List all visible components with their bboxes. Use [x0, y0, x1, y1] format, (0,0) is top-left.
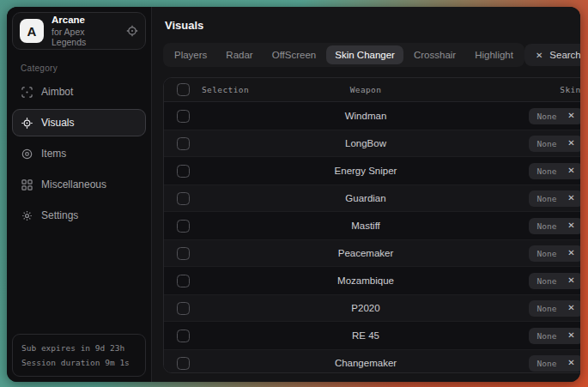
weapon-name: RE 45 [293, 330, 439, 341]
select-all-checkbox[interactable] [177, 83, 190, 96]
skin-chip-cell: None ✕ [487, 136, 580, 152]
clear-skin-icon[interactable]: ✕ [567, 194, 574, 203]
app-subtitle: for Apex Legends [52, 27, 118, 47]
weapon-skin-table: Selection Weapon Skin Windman None ✕ Lon… [163, 77, 580, 373]
subscription-info-card: Sub expires in 9d 23h Session duration 9… [12, 334, 146, 377]
app-header-card: A Arcane for Apex Legends [12, 12, 146, 50]
skin-value: None [536, 276, 556, 286]
row-checkbox-cell [164, 165, 202, 178]
tab-crosshair[interactable]: Crosshair [405, 45, 464, 64]
skin-select-chip[interactable]: None ✕ [529, 245, 580, 262]
sidebar-item-label: Items [41, 148, 66, 160]
tab-bar: PlayersRadarOffScreenSkin ChangerCrossha… [163, 43, 524, 67]
clear-skin-icon[interactable]: ✕ [567, 304, 574, 312]
skin-select-chip[interactable]: None ✕ [529, 273, 580, 289]
row-checkbox[interactable] [177, 137, 190, 150]
clear-skin-icon[interactable]: ✕ [567, 249, 574, 257]
clear-skin-icon[interactable]: ✕ [567, 359, 574, 367]
grid-icon [21, 179, 33, 190]
clear-skin-icon[interactable]: ✕ [567, 221, 574, 230]
table-row: P2020 None ✕ [164, 294, 580, 322]
clear-skin-icon[interactable]: ✕ [567, 112, 574, 120]
weapon-name: Mozambique [293, 275, 439, 286]
scan-icon [21, 87, 33, 98]
row-checkbox[interactable] [177, 247, 190, 260]
app-meta: Arcane for Apex Legends [52, 15, 118, 47]
sub-expires-text: Sub expires in 9d 23h [21, 341, 136, 355]
row-checkbox-cell [164, 357, 202, 370]
sidebar-item-visuals[interactable]: Visuals [12, 109, 146, 136]
gear-icon [21, 210, 33, 221]
sidebar-item-label: Settings [41, 209, 78, 221]
row-checkbox[interactable] [177, 330, 190, 342]
clear-skin-icon[interactable]: ✕ [567, 276, 574, 285]
skin-select-chip[interactable]: None ✕ [529, 136, 580, 152]
row-checkbox[interactable] [177, 192, 190, 205]
skin-chip-cell: None ✕ [487, 163, 580, 179]
search-icon: ✕ [536, 51, 543, 60]
tab-players[interactable]: Players [166, 45, 215, 64]
row-checkbox[interactable] [177, 110, 190, 123]
table-row: Peacemaker None ✕ [164, 239, 580, 267]
clear-skin-icon[interactable]: ✕ [567, 166, 574, 175]
search-button[interactable]: ✕ Search [524, 44, 580, 66]
row-checkbox-cell [164, 220, 202, 233]
row-checkbox-cell [164, 247, 202, 260]
skin-value: None [536, 304, 556, 313]
row-checkbox[interactable] [177, 220, 190, 233]
weapon-name: Peacemaker [293, 248, 439, 258]
app-logo-letter: A [27, 24, 37, 39]
row-checkbox-cell [164, 330, 202, 342]
skin-select-chip[interactable]: None ✕ [529, 355, 580, 372]
table-header-row: Selection Weapon Skin [164, 78, 580, 102]
table-row: Changemaker None ✕ [164, 349, 580, 373]
row-checkbox[interactable] [177, 275, 190, 287]
tab-skin-changer[interactable]: Skin Changer [326, 45, 403, 64]
tab-offscreen[interactable]: OffScreen [264, 45, 325, 64]
skin-chip-cell: None ✕ [487, 273, 580, 289]
weapon-name: Guardian [293, 193, 439, 203]
tab-radar[interactable]: Radar [217, 45, 261, 64]
skin-value: None [536, 112, 556, 121]
clear-skin-icon[interactable]: ✕ [567, 331, 574, 340]
skin-select-chip[interactable]: None ✕ [529, 218, 580, 234]
row-checkbox[interactable] [177, 165, 190, 178]
target-icon[interactable] [126, 25, 138, 37]
weapon-name: Changemaker [293, 358, 439, 368]
table-body: Windman None ✕ LongBow None ✕ Energy Sni… [164, 102, 580, 373]
tab-highlight[interactable]: Highlight [466, 45, 522, 64]
skin-select-chip[interactable]: None ✕ [529, 328, 580, 344]
clear-skin-icon[interactable]: ✕ [567, 139, 574, 148]
skin-value: None [536, 139, 556, 148]
sidebar-item-aimbot[interactable]: Aimbot [12, 78, 146, 106]
skin-chip-cell: None ✕ [487, 300, 580, 317]
table-row: Windman None ✕ [164, 102, 580, 130]
sidebar-item-label: Visuals [41, 117, 74, 129]
main-panel: Visuals PlayersRadarOffScreenSkin Change… [152, 7, 580, 382]
table-row: RE 45 None ✕ [164, 322, 580, 349]
category-label: Category [21, 63, 146, 73]
skin-value: None [536, 331, 556, 341]
sidebar-item-settings[interactable]: Settings [12, 202, 146, 229]
skin-select-chip[interactable]: None ✕ [529, 163, 580, 179]
skin-chip-cell: None ✕ [487, 355, 580, 372]
skin-chip-cell: None ✕ [487, 108, 580, 124]
row-checkbox-cell [164, 110, 202, 123]
column-header-skin: Skin [487, 85, 580, 94]
sidebar-item-label: Aimbot [41, 86, 73, 98]
row-checkbox[interactable] [177, 357, 190, 370]
skin-select-chip[interactable]: None ✕ [529, 108, 580, 124]
skin-select-chip[interactable]: None ✕ [529, 190, 580, 207]
table-row: LongBow None ✕ [164, 130, 580, 157]
sidebar-item-items[interactable]: Items [12, 140, 146, 167]
skin-value: None [536, 221, 556, 231]
row-checkbox[interactable] [177, 302, 190, 315]
table-row: Guardian None ✕ [164, 184, 580, 212]
row-checkbox-cell [164, 137, 202, 150]
app-name: Arcane [52, 15, 118, 25]
sidebar-item-miscellaneous[interactable]: Miscellaneous [12, 171, 146, 198]
skin-select-chip[interactable]: None ✕ [529, 300, 580, 317]
sidebar-item-label: Miscellaneous [41, 178, 106, 190]
skin-chip-cell: None ✕ [487, 328, 580, 344]
skin-value: None [536, 249, 556, 258]
